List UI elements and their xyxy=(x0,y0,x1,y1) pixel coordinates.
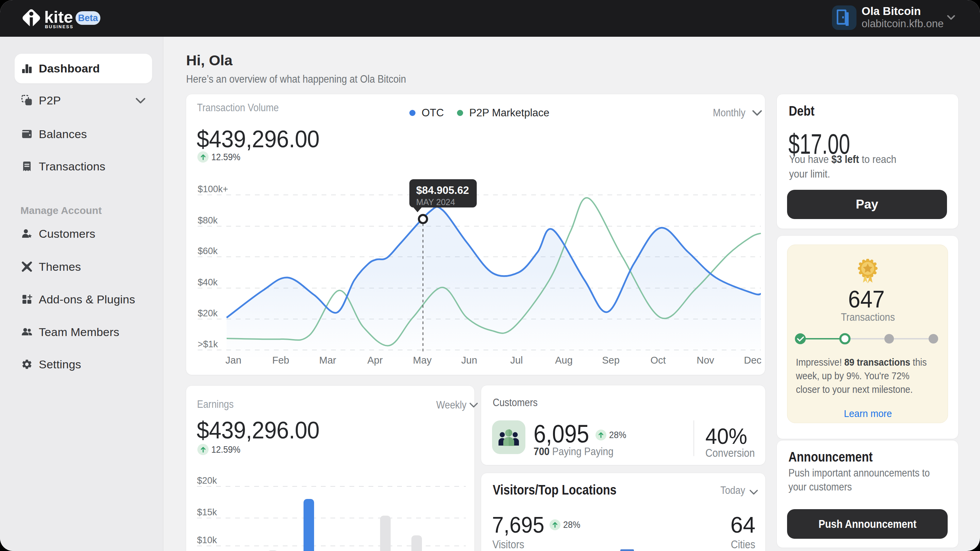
svg-text:$80k: $80k xyxy=(198,215,218,225)
svg-text:$100k+: $100k+ xyxy=(198,184,228,194)
svg-text:$40k: $40k xyxy=(198,277,218,287)
svg-text:$20k: $20k xyxy=(198,308,218,318)
svg-text:$60k: $60k xyxy=(198,246,218,256)
svg-text:$15k: $15k xyxy=(197,507,217,517)
svg-text:$84.905.62: $84.905.62 xyxy=(416,184,469,196)
svg-text:MAY 2024: MAY 2024 xyxy=(416,197,455,207)
svg-text:$10k: $10k xyxy=(197,535,217,545)
svg-text:$20k: $20k xyxy=(197,475,217,486)
svg-text:>$1k: >$1k xyxy=(198,339,218,349)
